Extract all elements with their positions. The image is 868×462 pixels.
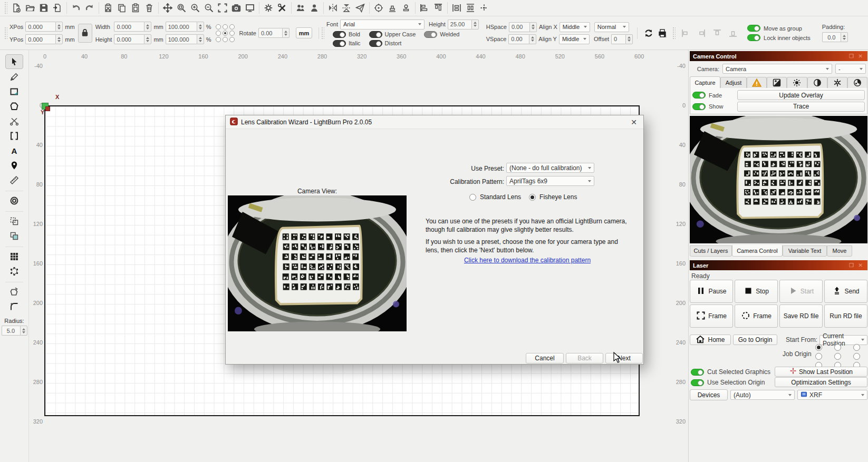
goto-origin-button[interactable]: Go to Origin [733, 335, 777, 345]
aligny-select[interactable]: Middle [559, 34, 590, 44]
frame-square-button[interactable]: Frame [690, 304, 733, 328]
copy-icon[interactable] [115, 2, 129, 15]
device-auto-select[interactable]: (Auto) [730, 390, 795, 400]
dock-icon[interactable] [385, 2, 399, 15]
welded-toggle[interactable] [424, 31, 437, 38]
home-button[interactable]: Home [690, 335, 731, 345]
text-tool-icon[interactable]: A [6, 144, 23, 158]
use-selection-origin-toggle[interactable] [691, 379, 704, 386]
ungroup-icon[interactable] [307, 2, 321, 15]
pause-button[interactable]: Pause [690, 280, 733, 303]
tab-contrast-icon[interactable] [807, 77, 827, 88]
calibration-pattern-select[interactable]: AprilTags 6x9 [506, 176, 594, 186]
focus-pointer-icon[interactable] [372, 2, 385, 15]
camera-select[interactable]: Camera [722, 64, 832, 74]
font-height-input[interactable]: 25.00 [448, 19, 479, 30]
anchor-radio-6[interactable] [216, 37, 221, 42]
circular-array-icon[interactable] [6, 264, 23, 278]
anchor-radio-1[interactable] [223, 24, 228, 30]
optimization-settings-button[interactable]: Optimization Settings [775, 377, 867, 387]
device-settings-icon[interactable] [275, 2, 289, 15]
send-laser-icon[interactable] [353, 2, 367, 15]
device-name-select[interactable]: XRF [797, 390, 867, 400]
height-percent-input[interactable]: 100.000 [166, 34, 204, 44]
undo-icon[interactable] [69, 2, 83, 15]
stop-button[interactable]: Stop [735, 280, 778, 303]
tab-brightness-icon[interactable] [787, 77, 807, 88]
boolean-subtract-icon[interactable] [6, 229, 23, 243]
paste-icon[interactable] [129, 2, 142, 15]
anchor-radio-8[interactable] [229, 37, 235, 42]
dialog-titlebar[interactable]: Lens Calibration Wizard - LightBurn Pro … [226, 115, 643, 129]
ypos-input[interactable]: 0.000 [25, 34, 63, 44]
select-tool-icon[interactable] [5, 54, 23, 69]
delete-icon[interactable] [142, 2, 156, 15]
move-as-group-toggle[interactable] [747, 25, 760, 32]
align-vertical-icon[interactable] [431, 2, 445, 15]
show-last-position-button[interactable]: Show Last Position [775, 367, 867, 377]
fade-toggle[interactable] [692, 92, 706, 99]
back-button[interactable]: Back [566, 353, 603, 363]
show-toggle[interactable] [692, 103, 706, 110]
tab-exposure-icon[interactable] [767, 77, 787, 88]
radius-input[interactable]: 5.0 [2, 326, 27, 336]
download-pattern-link[interactable]: Click here to download the calibration p… [426, 257, 629, 264]
lock-aspect-button[interactable] [78, 24, 92, 43]
panel-window-icons[interactable]: ❐ ✕ [849, 53, 864, 59]
job-origin-radio-3[interactable] [815, 353, 822, 360]
measure-tool-icon[interactable] [6, 173, 23, 187]
move-to-position-icon[interactable] [477, 2, 491, 15]
position-tool-icon[interactable] [6, 159, 23, 172]
mirror-horizontal-icon[interactable] [326, 2, 340, 15]
height-input[interactable]: 0.000 [114, 34, 151, 44]
width-percent-input[interactable]: 100.000 [166, 22, 204, 32]
xpos-input[interactable]: 0.000 [25, 22, 63, 32]
draw-lines-icon[interactable] [6, 70, 23, 84]
anchor-radio-7[interactable] [223, 37, 228, 42]
laser-window-icons[interactable]: ❐ ✕ [849, 262, 864, 268]
save-rd-file-button[interactable]: Save RD file [779, 304, 823, 328]
job-origin-radio-1[interactable] [834, 344, 841, 351]
start-from-select[interactable]: Current Position [819, 335, 867, 345]
tab-camera-control[interactable]: Camera Control [732, 245, 783, 257]
align-toolbar-drag-handle[interactable] [672, 27, 676, 40]
edit-nodes-icon[interactable] [6, 129, 23, 143]
text-style-select[interactable]: Normal [594, 22, 629, 32]
new-file-icon[interactable] [9, 2, 23, 15]
zoom-selection-icon[interactable] [175, 2, 188, 15]
trace-button[interactable]: Trace [737, 102, 865, 112]
send-button[interactable]: Send [824, 280, 867, 303]
vspace-input[interactable]: 0.00 [508, 34, 536, 44]
lock-inner-objects-toggle[interactable] [747, 34, 760, 41]
anchor-radio-5[interactable] [229, 31, 235, 36]
job-origin-radio-0[interactable] [815, 344, 822, 351]
save-icon[interactable] [37, 2, 51, 15]
zoom-in-icon[interactable] [188, 2, 202, 15]
trim-tool-icon[interactable] [6, 114, 23, 128]
anchor-radio-0[interactable] [216, 24, 221, 30]
camera-control-header[interactable]: Camera Control ❐ ✕ [690, 51, 867, 61]
pan-icon[interactable] [161, 2, 175, 15]
tab-variable-text[interactable]: Variable Text [783, 245, 827, 257]
tab-saturation-icon[interactable] [827, 77, 847, 88]
job-origin-radio-2[interactable] [853, 344, 860, 351]
redo-icon[interactable] [83, 2, 97, 15]
camera-preview-image[interactable] [690, 116, 867, 243]
radius-corner-icon[interactable] [6, 300, 23, 313]
import-icon[interactable] [51, 2, 64, 15]
offset-input[interactable]: 0 [611, 34, 633, 44]
zoom-out-icon[interactable] [202, 2, 216, 15]
camera-secondary-select[interactable]: - [835, 64, 866, 74]
width-input[interactable]: 0.000 [114, 22, 151, 32]
job-origin-radio-5[interactable] [853, 353, 860, 360]
tab-move[interactable]: Move [827, 245, 852, 257]
weld-shapes-icon[interactable] [6, 214, 23, 228]
distribute-width-icon[interactable] [450, 2, 464, 15]
mirror-vertical-icon[interactable] [340, 2, 353, 15]
hspace-input[interactable]: 0.00 [509, 22, 537, 32]
tab-adjust[interactable]: Adjust [720, 77, 747, 88]
settings-icon[interactable] [262, 2, 275, 15]
print-icon[interactable] [655, 26, 669, 40]
anchor-radio-4[interactable] [223, 31, 228, 36]
anchor-radio-2[interactable] [229, 24, 235, 30]
